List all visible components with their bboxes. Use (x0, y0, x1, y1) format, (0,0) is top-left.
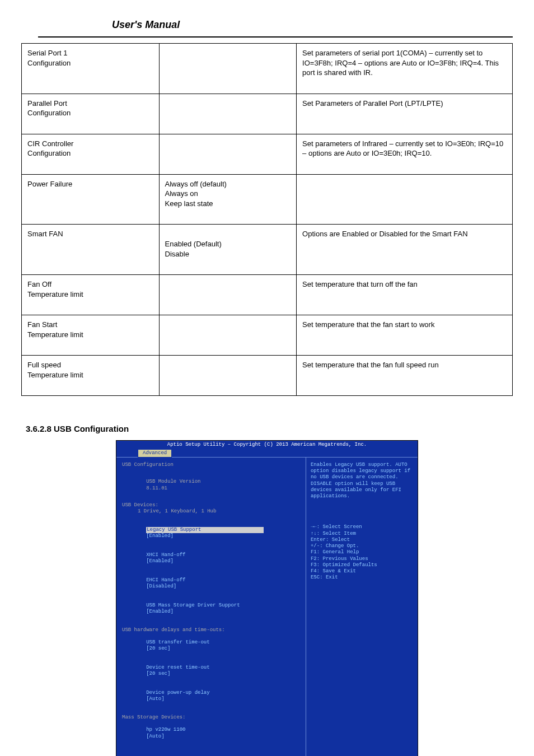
option-cell (159, 356, 297, 396)
feature-cell: Fan Off Temperature limit (22, 275, 160, 315)
feature-cell: Parallel Port Configuration (22, 94, 160, 134)
bios-module-value: 8.11.01 (146, 486, 167, 492)
bios-devices-label: USB Devices: (122, 502, 158, 508)
desc-text: Set parameters of Infrared – currently s… (302, 139, 503, 158)
bios-item-value: [Disabled] (146, 584, 176, 590)
bios-item[interactable]: USB transfer time-out [20 sec] (122, 633, 302, 659)
desc-cell: Set parameters of serial port 1(COMA) – … (297, 44, 513, 94)
desc-cell: Options are Enabled or Disabled for the … (297, 225, 513, 275)
bios-help-text: Enables Legacy USB support. AUTO option … (311, 462, 414, 500)
feature-label: Configuration (27, 149, 71, 157)
bios-titlebar: Aptio Setup Utility – Copyright (C) 2013… (116, 441, 418, 448)
table-row: Parallel Port Configuration Set Paramete… (22, 94, 513, 134)
feature-cell: Full speed Temperature limit (22, 356, 160, 396)
bios-key-line: +/-: Change Opt. (311, 543, 414, 549)
feature-label: CIR Controller (27, 139, 73, 148)
bios-item[interactable]: EHCI Hand-off [Disabled] (122, 571, 302, 596)
option-cell (159, 275, 297, 315)
table-row: CIR Controller Configuration Set paramet… (22, 134, 513, 174)
manual-title: User's Manual (112, 19, 180, 31)
table-row: Smart FAN Enabled (Default) Disable Opti… (22, 225, 513, 275)
bios-item[interactable]: XHCI Hand-off [Enabled] (122, 546, 302, 571)
option-label: Always off (default) (165, 180, 227, 188)
bios-module-label: USB Module Version (146, 479, 264, 485)
feature-label: Fan Off (27, 280, 51, 288)
desc-cell: Set temperature that the fan full speed … (297, 356, 513, 396)
bios-heading: USB Configuration (122, 462, 174, 468)
page-header: User's Manual (38, 0, 513, 38)
bios-left-pane: USB Configuration USB Module Version 8.1… (116, 458, 306, 756)
bios-item-label: XHCI Hand-off (146, 552, 264, 558)
option-label: Keep last state (165, 199, 213, 208)
bios-mass-heading: Mass Storage Devices: (122, 715, 302, 721)
feature-label: Configuration (27, 59, 71, 67)
feature-label: Power Failure (27, 180, 72, 188)
table-row: Full speed Temperature limit Set tempera… (22, 356, 513, 396)
feature-label: Smart FAN (27, 230, 63, 238)
bios-item-value: [Auto] (146, 734, 164, 740)
bios-item-label: hp v220w 1100 (146, 727, 264, 733)
bios-item[interactable]: hp v220w 1100 [Auto] (122, 721, 302, 746)
bios-key-line: F1: General Help (311, 549, 414, 556)
bios-item-value: [Enabled] (146, 609, 174, 615)
option-cell (159, 94, 297, 134)
bios-item-value: [Enabled] (146, 558, 174, 564)
settings-table: Serial Port 1 Configuration Set paramete… (21, 43, 513, 396)
bios-key-line: F4: Save & Exit (311, 568, 414, 575)
bios-timeouts-heading: USB hardware delays and time-outs: (122, 627, 302, 633)
desc-text: Set parameters of serial port 1(COMA) – … (302, 49, 499, 77)
bios-item-label: USB Mass Storage Driver Support (146, 603, 264, 609)
section-heading: 3.6.2.8 USB Configuration (26, 424, 512, 433)
bios-right-pane: Enables Legacy USB support. AUTO option … (306, 458, 418, 756)
feature-cell: Power Failure (22, 174, 160, 225)
bios-item-value: [20 sec] (146, 671, 170, 677)
option-cell: Always off (default) Always on Keep last… (159, 174, 297, 225)
bios-devices-value: 1 Drive, 1 Keyboard, 1 Hub (122, 508, 216, 515)
bios-item-value: [Auto] (146, 696, 164, 702)
option-label: Always on (165, 189, 198, 198)
bios-item[interactable]: USB Mass Storage Driver Support [Enabled… (122, 596, 302, 622)
bios-item-label: Device reset time-out (146, 665, 264, 671)
option-cell (159, 134, 297, 174)
bios-item[interactable]: Device reset time-out [20 sec] (122, 659, 302, 684)
option-label: Enabled (Default) Disable (165, 240, 222, 258)
bios-key-line: ESC: Exit (311, 575, 414, 581)
desc-text: Options are Enabled or Disabled for the … (302, 230, 468, 238)
bios-key-line: ↑↓: Select Item (311, 531, 414, 537)
feature-label: Temperature limit (27, 290, 83, 298)
bios-key-line: →←: Select Screen (311, 524, 414, 530)
bios-tab-advanced[interactable]: Advanced (138, 449, 172, 458)
table-row: Fan Start Temperature limit Set temperat… (22, 315, 513, 356)
table-row: Fan Off Temperature limit Set temperatur… (22, 275, 513, 315)
feature-label: Parallel Port (27, 99, 67, 108)
feature-label: Temperature limit (27, 330, 83, 339)
bios-item-label: Legacy USB Support (146, 527, 264, 533)
feature-label: Temperature limit (27, 371, 83, 379)
feature-cell: Fan Start Temperature limit (22, 315, 160, 356)
feature-label: Full speed (27, 361, 61, 369)
table-row: Power Failure Always off (default) Alway… (22, 174, 513, 225)
bios-key-hints: →←: Select Screen ↑↓: Select Item Enter:… (311, 524, 414, 581)
bios-item-label: USB transfer time-out (146, 640, 264, 646)
option-cell: Enabled (Default) Disable (159, 225, 297, 275)
feature-cell: Serial Port 1 Configuration (22, 44, 160, 94)
bios-key-line: Enter: Select (311, 537, 414, 543)
bios-screenshot: Aptio Setup Utility – Copyright (C) 2013… (116, 440, 418, 756)
bios-item-value: [20 sec] (146, 646, 170, 652)
bios-tab-row: Advanced (116, 449, 418, 457)
bios-item[interactable]: Legacy USB Support [Enabled] (122, 521, 302, 546)
desc-cell: Set temperature that the fan start to wo… (297, 315, 513, 356)
desc-cell: Set temperature that turn off the fan (297, 275, 513, 315)
bios-item-value: [Enabled] (146, 533, 174, 539)
bios-key-line: F2: Previous Values (311, 556, 414, 562)
feature-label: Serial Port 1 (27, 49, 68, 57)
option-cell (159, 315, 297, 356)
bios-item[interactable]: Device power-up delay [Auto] (122, 684, 302, 709)
desc-cell: Set parameters of Infrared – currently s… (297, 134, 513, 174)
desc-cell: Set Parameters of Parallel Port (LPT/LPT… (297, 94, 513, 134)
desc-text: Set temperature that turn off the fan (302, 280, 418, 288)
feature-label: Configuration (27, 109, 71, 117)
feature-cell: CIR Controller Configuration (22, 134, 160, 174)
table-row: Serial Port 1 Configuration Set paramete… (22, 44, 513, 94)
bios-item-label: Device power-up delay (146, 690, 264, 696)
